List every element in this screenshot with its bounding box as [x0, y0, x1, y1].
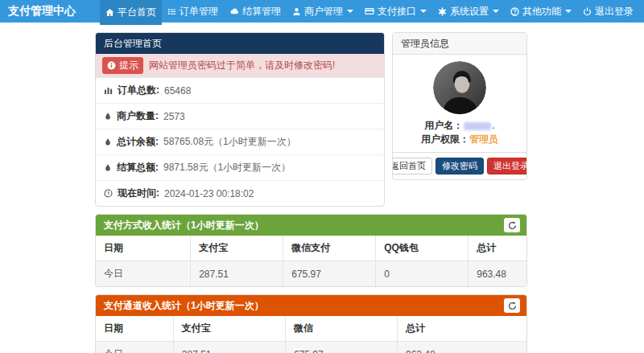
top-row: 后台管理首页 提示 网站管理员密码过于简单，请及时修改密码! 订单总数:6546… — [95, 32, 527, 207]
role-label: 用户权限： — [421, 133, 469, 145]
nav-item-settlement[interactable]: 结算管理 — [224, 0, 287, 23]
column-header: 总计 — [469, 236, 526, 261]
dashboard-stats-list: 订单总数:65468商户数量:2573总计余额:58765.08元（1小时更新一… — [96, 78, 384, 206]
stat-value: 9871.58元（1小时更新一次） — [163, 161, 291, 174]
payment-channel-stats-panel: 支付通道收入统计（1小时更新一次）日期支付宝微信总计今日287.51675.97… — [95, 294, 527, 353]
nav-item-misc-functions[interactable]: 其他功能 — [505, 0, 577, 23]
nav-item-label: 系统设置 — [450, 5, 489, 18]
chevron-down-icon — [493, 10, 499, 13]
nav-item-payment-api[interactable]: 支付接口 — [359, 0, 432, 23]
clock-icon — [104, 189, 113, 198]
stat-label: 商户数量: — [117, 109, 159, 123]
alert-text: 网站管理员密码过于简单，请及时修改密码! — [149, 59, 335, 72]
cloud-icon — [229, 6, 239, 16]
nav-item-merchants[interactable]: 商户管理 — [287, 0, 359, 23]
avatar — [433, 61, 486, 114]
stat-value: 58765.08元（1小时更新一次） — [163, 135, 296, 149]
payment-channel-stats-table: 日期支付宝微信总计今日287.51675.97963.48 — [96, 316, 526, 353]
chevron-down-icon — [565, 10, 572, 13]
admin-body: 用户名：. 用户权限：管理员 — [393, 55, 526, 152]
column-header: 日期 — [96, 316, 173, 342]
tint-icon — [104, 138, 112, 146]
nav-item-label: 支付接口 — [378, 5, 416, 18]
refresh-button[interactable] — [504, 298, 520, 313]
nav-item-label: 结算管理 — [242, 5, 281, 18]
nav-item-system-settings[interactable]: 系统设置 — [432, 0, 505, 23]
payment-method-stats-table: 日期支付宝微信支付QQ钱包总计今日287.51675.970963.48 — [96, 236, 526, 286]
chevron-down-icon — [420, 10, 427, 13]
main-content: 后台管理首页 提示 网站管理员密码过于简单，请及时修改密码! 订单总数:6546… — [95, 32, 527, 353]
table-header-row: 日期支付宝微信支付QQ钱包总计 — [96, 236, 526, 261]
stat-row-current-time: 现在时间:2024-01-23 00:18:02 — [96, 181, 384, 206]
table-cell: 0 — [376, 261, 469, 287]
refresh-icon — [508, 302, 517, 310]
panel-title: 支付通道收入统计（1小时更新一次） — [104, 298, 264, 313]
list-icon — [167, 7, 176, 16]
info-circle-icon — [107, 61, 116, 70]
stat-label: 结算总额: — [117, 161, 159, 174]
password-alert: 提示 网站管理员密码过于简单，请及时修改密码! — [96, 54, 384, 78]
back-home-button[interactable]: 返回首页 — [392, 158, 432, 174]
top-navbar: 支付管理中心 平台首页订单管理结算管理商户管理支付接口系统设置其他功能退出登录 — [0, 0, 644, 23]
tint-icon — [104, 163, 112, 172]
admin-panel: 管理员信息 — [392, 32, 527, 180]
stat-label: 订单总数: — [118, 84, 159, 97]
change-password-button[interactable]: 修改密码 — [436, 158, 484, 174]
username-suffix: . — [492, 120, 494, 131]
stat-panels: 支付方式收入统计（1小时更新一次）日期支付宝微信支付QQ钱包总计今日287.51… — [95, 214, 527, 353]
stat-label: 现在时间: — [118, 187, 159, 200]
nav-item-label: 平台首页 — [118, 6, 156, 19]
stat-row-total-balance: 总计余额:58765.08元（1小时更新一次） — [96, 129, 384, 155]
column-header: 支付宝 — [173, 316, 285, 342]
stat-label: 总计余额: — [117, 135, 159, 149]
stat-row-merchant-count: 商户数量:2573 — [96, 104, 384, 129]
alert-badge-button[interactable]: 提示 — [102, 57, 143, 74]
role-line: 用户权限：管理员 — [399, 133, 520, 146]
nav-item-logout[interactable]: 退出登录 — [577, 0, 639, 23]
column-header: 微信支付 — [283, 236, 376, 261]
nav-item-label: 退出登录 — [595, 5, 634, 18]
dashboard-panel-title: 后台管理首页 — [96, 33, 384, 54]
nav-item-orders[interactable]: 订单管理 — [162, 0, 224, 23]
refresh-icon — [508, 221, 517, 230]
user-icon — [292, 7, 301, 16]
payment-method-stats-panel: 支付方式收入统计（1小时更新一次）日期支付宝微信支付QQ钱包总计今日287.51… — [95, 214, 527, 287]
stat-value: 2573 — [163, 111, 185, 122]
table-cell: 今日 — [96, 342, 173, 353]
gear-icon — [438, 7, 447, 16]
admin-footer: 返回首页修改密码退出登录 — [393, 152, 526, 179]
dashboard-panel: 后台管理首页 提示 网站管理员密码过于简单，请及时修改密码! 订单总数:6546… — [95, 32, 385, 207]
table-cell: 963.48 — [397, 342, 526, 353]
payment-method-stats-header: 支付方式收入统计（1小时更新一次） — [96, 215, 526, 236]
tint-icon — [104, 112, 112, 121]
nav-item-label: 商户管理 — [304, 5, 343, 18]
column-header: QQ钱包 — [376, 236, 469, 261]
stat-row-settle-total: 结算总额:9871.58元（1小时更新一次） — [96, 155, 384, 181]
bar-chart-icon — [104, 86, 113, 95]
nav-item-label: 订单管理 — [180, 5, 218, 18]
column-header: 日期 — [96, 236, 191, 261]
table-cell: 287.51 — [191, 261, 283, 287]
logout-button[interactable]: 退出登录 — [487, 158, 527, 174]
payment-channel-stats-header: 支付通道收入统计（1小时更新一次） — [96, 295, 526, 316]
stat-value: 2024-01-23 00:18:02 — [164, 188, 254, 199]
nav-item-label: 其他功能 — [522, 5, 561, 18]
nav-item-home[interactable]: 平台首页 — [100, 0, 162, 25]
table-row: 今日287.51675.970963.48 — [96, 261, 526, 287]
power-icon — [583, 7, 592, 16]
chevron-down-icon — [347, 10, 353, 13]
table-cell: 287.51 — [173, 342, 285, 353]
column-header: 支付宝 — [191, 236, 283, 261]
admin-panel-title: 管理员信息 — [393, 33, 526, 55]
question-circle-icon — [510, 7, 519, 16]
alert-badge-label: 提示 — [119, 59, 138, 72]
credit-card-icon — [365, 6, 374, 16]
refresh-button[interactable] — [504, 218, 520, 232]
navbar-menu: 平台首页订单管理结算管理商户管理支付接口系统设置其他功能退出登录 — [100, 0, 639, 25]
table-cell: 675.97 — [283, 261, 376, 287]
brand-title[interactable]: 支付管理中心 — [0, 0, 84, 23]
username-label: 用户名： — [424, 120, 463, 131]
username-redacted — [464, 122, 491, 130]
stat-row-order-total: 订单总数:65468 — [96, 78, 384, 104]
home-icon — [105, 8, 114, 17]
